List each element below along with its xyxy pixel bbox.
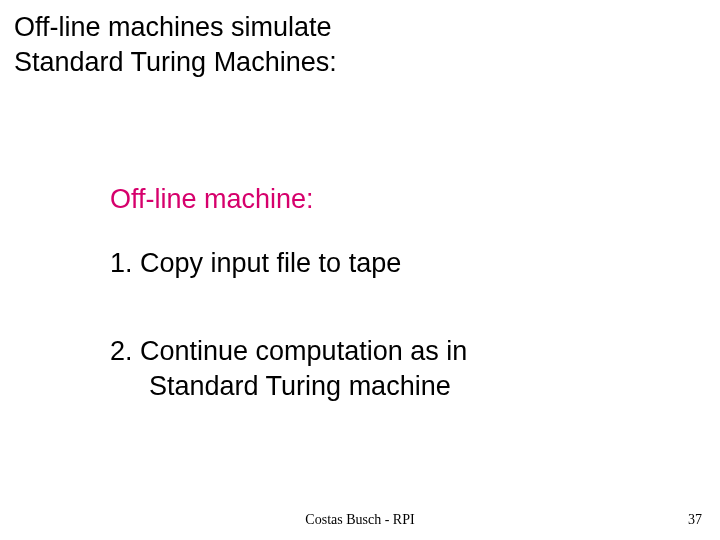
title-line-2: Standard Turing Machines: — [14, 47, 337, 77]
title-line-1: Off-line machines simulate — [14, 12, 332, 42]
step-1: 1. Copy input file to tape — [110, 248, 401, 279]
step-2: 2. Continue computation as in Standard T… — [110, 334, 467, 404]
subheading: Off-line machine: — [110, 184, 314, 215]
footer-author: Costas Busch - RPI — [0, 512, 720, 528]
step-2-line-1: 2. Continue computation as in — [110, 336, 467, 366]
slide-title: Off-line machines simulate Standard Turi… — [14, 10, 337, 80]
page-number: 37 — [688, 512, 702, 528]
step-2-line-2: Standard Turing machine — [149, 371, 451, 401]
